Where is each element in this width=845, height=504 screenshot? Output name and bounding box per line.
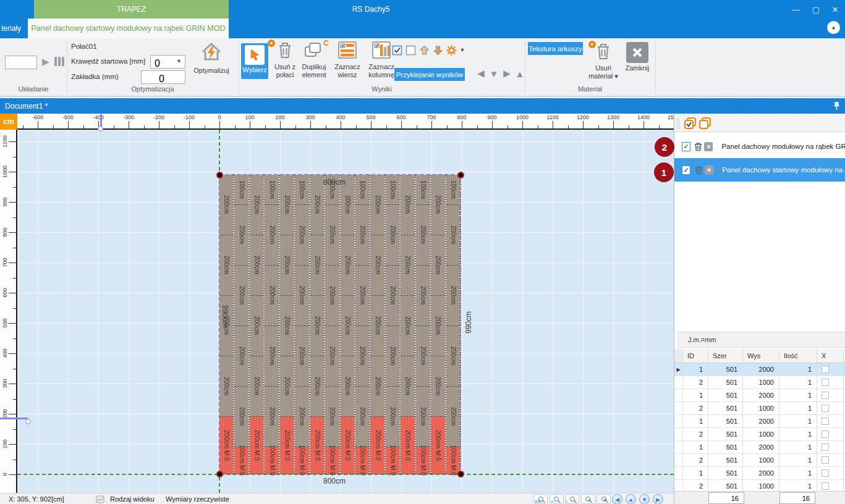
panel-segment[interactable]: 200cm — [431, 356, 444, 417]
panel-segment-cut[interactable]: 100cm M:0 — [265, 447, 278, 474]
overlap-input[interactable]: 0 — [141, 70, 185, 84]
pan-left-button[interactable]: ◀ — [612, 494, 622, 504]
pan-down-button[interactable]: ▼ — [639, 494, 650, 504]
row-checkbox[interactable] — [822, 379, 829, 386]
panel-segment-cut[interactable]: 200cm M:0 — [341, 417, 354, 474]
panel-segment[interactable]: 200cm — [416, 205, 430, 266]
panel-segment-cut[interactable]: 100cm M:0 — [325, 447, 339, 474]
panel-segment[interactable]: 200cm — [325, 387, 339, 447]
zoom-100-button[interactable]: 100 — [533, 494, 548, 504]
table-row[interactable]: 150120001 — [674, 441, 845, 454]
panel-segment[interactable]: 100cm — [265, 175, 278, 205]
panel-column[interactable]: 200cm200cm200cm200cm200cm M:0 — [370, 175, 385, 474]
handle-bottom-left[interactable] — [216, 471, 223, 477]
empty-box-icon[interactable] — [405, 44, 416, 56]
row-checkbox[interactable] — [822, 456, 829, 464]
bars-icon[interactable] — [54, 57, 64, 66]
panel-column[interactable]: 200cm200cm200cm200cm200cm M:0 — [250, 175, 265, 474]
row-checkbox[interactable] — [822, 418, 829, 425]
panel-segment-cut[interactable]: 100cm M:0 — [416, 447, 430, 474]
table-row[interactable]: 250110001 — [674, 402, 845, 415]
panel-column[interactable]: 100cm200cm200cm200cm200cm100cm M:0 — [386, 175, 401, 474]
panel-segment[interactable]: 200cm — [341, 235, 354, 296]
pan-right-button[interactable]: ▶ — [653, 494, 663, 504]
trash-icon[interactable] — [694, 165, 703, 175]
panel-segment-cut[interactable]: 100cm M:0 — [234, 447, 248, 474]
panel-segment[interactable]: 200cm — [401, 235, 414, 296]
view-mode-value[interactable]: Wymiary rzeczywiste — [166, 494, 229, 504]
panel-segment[interactable]: 200cm — [234, 326, 248, 387]
panel-segment[interactable]: 200cm — [280, 235, 294, 296]
panel-column[interactable]: 200cm200cm200cm200cm200cm M:0 — [401, 175, 415, 474]
panel-segment[interactable]: 200cm — [325, 326, 339, 387]
tab-materialy-partial[interactable]: teriały — [0, 19, 21, 38]
remove-from-surface-button[interactable]: × Usuń zpołaci — [270, 41, 300, 78]
panel-segment[interactable]: 200cm — [219, 356, 233, 417]
row-checkbox[interactable] — [822, 430, 829, 438]
panel-segment[interactable]: 200cm — [234, 205, 248, 266]
panel-segment[interactable]: 200cm — [416, 387, 430, 447]
panel-column[interactable]: 200cm200cm200cm200cm200cm M:0 — [431, 175, 446, 474]
table-row[interactable]: 150120001 — [674, 415, 845, 428]
play-icon[interactable]: ▶ — [42, 56, 49, 67]
gear-icon[interactable] — [446, 44, 457, 56]
arrow-down-icon[interactable] — [432, 44, 443, 56]
layer-row[interactable]: ✓×Panel dachowy startowy modułowy na rą — [674, 158, 845, 182]
panel-segment[interactable]: 100cm — [386, 175, 399, 205]
panel-segment[interactable]: 200cm — [431, 235, 444, 296]
panel-segment[interactable]: 200cm — [310, 296, 324, 356]
nav-arrow-down-icon[interactable]: ▼ — [488, 67, 500, 80]
nav-arrow-right-icon[interactable]: ▶ — [501, 67, 513, 80]
panel-segment[interactable]: 200cm — [386, 387, 399, 447]
total-szer[interactable]: 16 — [708, 492, 744, 504]
handle-top-right[interactable] — [457, 172, 464, 178]
panel-segment[interactable]: 100cm — [446, 175, 460, 205]
panel-segment[interactable]: 200cm — [431, 175, 444, 235]
roof-panel-layout[interactable]: 200cm200cm200cm200cm200cm M:0100cm200cm2… — [219, 175, 461, 474]
panel-segment[interactable]: 200cm — [370, 175, 384, 235]
panel-segment[interactable]: 200cm — [325, 266, 339, 326]
optimize-button[interactable]: Optymalizuj — [189, 41, 234, 75]
panel-segment[interactable]: 200cm — [341, 356, 354, 417]
checked-box-icon[interactable] — [391, 44, 402, 56]
close-button[interactable]: ✕ — [825, 0, 845, 19]
panel-segment[interactable]: 200cm — [355, 266, 369, 326]
table-row[interactable]: 150120001 — [674, 467, 845, 480]
snap-results-toggle[interactable]: Przyklejanie wyników — [394, 68, 465, 81]
panel-segment[interactable]: 200cm — [250, 175, 263, 235]
panel-segment[interactable]: 200cm — [280, 175, 294, 235]
check-all-icon[interactable] — [684, 117, 696, 132]
close-material-button[interactable]: Zamknij — [621, 42, 654, 72]
row-checkbox[interactable] — [822, 469, 829, 477]
panel-column[interactable]: 200cm200cm200cm200cm200cm M:0 — [310, 175, 325, 474]
panel-segment[interactable]: 200cm — [370, 356, 384, 417]
nav-arrow-up-icon[interactable]: ▲ — [514, 67, 526, 80]
panel-segment[interactable]: 200cm — [250, 235, 263, 296]
panel-segment[interactable]: 200cm — [234, 266, 248, 326]
table-row[interactable]: 250110001 — [674, 376, 845, 389]
panel-segment[interactable]: 200cm — [295, 387, 308, 447]
panel-column[interactable]: 100cm200cm200cm200cm200cm100cm M:0 — [265, 175, 279, 474]
panel-segment[interactable]: 200cm — [280, 356, 294, 417]
panel-column[interactable]: 200cm200cm200cm200cm200cm M:0 — [280, 175, 295, 474]
panel-segment-cut[interactable]: 100cm M:0 — [446, 447, 460, 474]
copy-layers-icon[interactable] — [699, 117, 711, 132]
panel-segment[interactable]: 200cm — [431, 296, 444, 356]
layer-row[interactable]: ✓×Panel dachowy modułowy na rąbek GRIN — [674, 137, 845, 156]
table-row[interactable]: 150120001 — [674, 389, 845, 402]
panel-segment[interactable]: 200cm — [355, 205, 369, 266]
table-row[interactable]: ▶150120001 — [674, 363, 845, 376]
layer-visible-checkbox[interactable]: ✓ — [682, 166, 690, 175]
select-row-button[interactable]: Zaznaczwiersz — [332, 41, 363, 78]
row-checkbox[interactable] — [822, 392, 829, 399]
maximize-button[interactable]: ▢ — [806, 0, 826, 19]
panel-segment[interactable]: 200cm — [250, 356, 263, 417]
remove-material-button[interactable]: × Usuńmateriał ▾ — [587, 42, 619, 80]
panel-segment[interactable]: 200cm — [355, 326, 369, 387]
nav-arrow-left-icon[interactable]: ◀ — [475, 67, 487, 80]
handle-bottom-right[interactable] — [457, 471, 464, 477]
panel-segment[interactable]: 200cm — [250, 296, 263, 356]
panel-segment[interactable]: 200cm — [386, 266, 399, 326]
panel-segment[interactable]: 200cm — [446, 387, 460, 447]
document-tab[interactable]: Document1 * — [5, 98, 48, 114]
